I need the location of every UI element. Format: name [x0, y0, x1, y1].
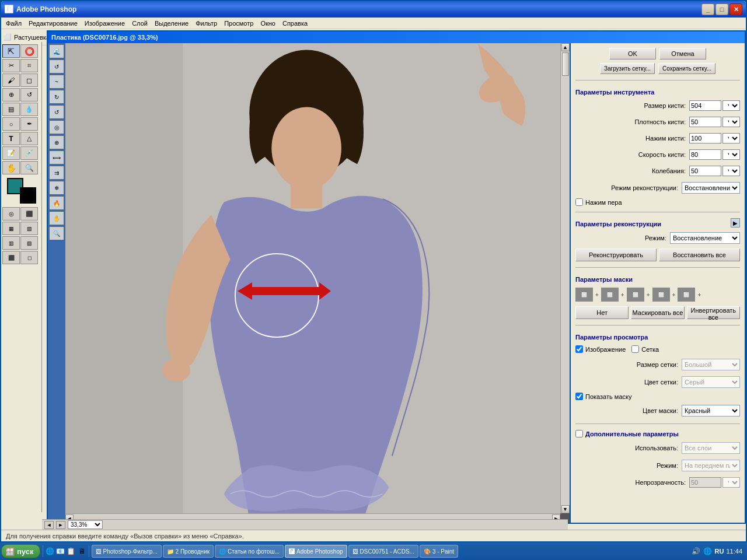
load-mesh-button[interactable]: Загрузить сетку...	[600, 63, 655, 74]
slice-tool[interactable]: ⌗	[20, 59, 38, 72]
menu-layer[interactable]: Слой	[128, 19, 151, 28]
extra-params-checkbox[interactable]	[575, 430, 583, 438]
restore-all-button[interactable]: Восстановить все	[659, 249, 740, 261]
liquify-mask-freeze[interactable]: ❄	[49, 181, 64, 195]
mask-all-button[interactable]: Маскировать все	[631, 306, 684, 319]
vertical-scrollbar[interactable]: ▲ ▼	[560, 43, 570, 513]
hand-tool[interactable]: ✋	[2, 161, 20, 174]
close-button[interactable]: ✕	[729, 4, 742, 15]
crop-tool[interactable]: ✂	[2, 59, 20, 72]
blur-tool[interactable]: 💧	[20, 103, 38, 116]
menu-filter[interactable]: Фильтр	[192, 19, 221, 28]
extra-btn2[interactable]: ◻	[20, 251, 38, 264]
quicklaunch-3[interactable]: 📋	[67, 547, 76, 556]
liquify-shift[interactable]: ⇉	[49, 166, 64, 180]
notes-tool[interactable]: 📝	[2, 146, 20, 160]
menu-edit[interactable]: Редактирование	[25, 19, 81, 28]
mode-select[interactable]: На переднем плане	[682, 460, 740, 471]
liquify-pucker[interactable]: ◎	[49, 120, 64, 134]
liquify-hand[interactable]: ✋	[49, 211, 64, 225]
no-mask-button[interactable]: Нет	[575, 306, 629, 319]
recon-mode2-select[interactable]: Восстановление	[670, 232, 740, 244]
brush-density-input[interactable]	[689, 117, 721, 127]
taskbar-item-photoshop-filter[interactable]: 🖼 Photoshop-Фильтр...	[92, 545, 162, 558]
brush-tool[interactable]: 🖌	[2, 74, 20, 87]
tray-network[interactable]: 🌐	[703, 547, 713, 556]
recon-mode-select[interactable]: Восстановление	[682, 182, 740, 194]
eyedropper-tool[interactable]: 💉	[20, 146, 38, 160]
mask-btn-4[interactable]: ⬜	[652, 288, 670, 302]
zoom-select[interactable]: 33,3%	[68, 520, 103, 529]
taskbar-item-paint[interactable]: 🎨 3 - Paint	[420, 545, 458, 558]
pen-tool[interactable]: ✒	[20, 117, 38, 131]
pen-pressure-checkbox[interactable]	[575, 198, 583, 206]
menu-help[interactable]: Справка	[279, 19, 311, 28]
mask-btn-5[interactable]: ⬜	[678, 288, 695, 302]
use-select[interactable]: Все слои	[682, 442, 740, 454]
mask-btn-3[interactable]: ⬜	[627, 288, 644, 302]
liquify-bloat[interactable]: ⊕	[49, 135, 64, 149]
quicklaunch-email[interactable]: 📧	[56, 547, 65, 556]
brush-turbulence-select[interactable]: ▼	[722, 166, 740, 176]
invert-all-button[interactable]: Инвертировать все	[687, 306, 740, 319]
opacity-input[interactable]	[689, 477, 721, 488]
mask-color-select[interactable]: Красный	[682, 405, 740, 416]
taskbar-item-photoshop[interactable]: 🅿 Adobe Photoshop	[285, 545, 347, 558]
taskbar-item-acds[interactable]: 🖼 DSC00751 - ACDS...	[348, 545, 418, 558]
menu-select[interactable]: Выделение	[151, 19, 192, 28]
layout-btn2[interactable]: ▧	[20, 222, 38, 235]
zoom-prev-button[interactable]: ◄	[44, 521, 54, 529]
opacity-select[interactable]: ▼	[722, 477, 740, 488]
recon-expand-icon[interactable]: ▶	[731, 218, 740, 228]
brush-speed-input[interactable]	[689, 149, 721, 160]
mesh-color-select[interactable]: Серый	[682, 376, 740, 388]
maximize-button[interactable]: □	[715, 4, 728, 15]
path-tool[interactable]: △	[20, 132, 38, 145]
brush-speed-select[interactable]: ▼	[722, 149, 740, 160]
liquify-counterclockwise[interactable]: ↺	[49, 105, 64, 119]
show-mask-checkbox[interactable]	[575, 393, 583, 400]
mode-btn2[interactable]: ⬛	[20, 207, 38, 220]
quicklaunch-4[interactable]: 🖥	[77, 547, 86, 556]
menu-view[interactable]: Просмотр	[221, 19, 257, 28]
background-color[interactable]	[20, 187, 36, 204]
menu-image[interactable]: Изображение	[81, 19, 128, 28]
liquify-mirror[interactable]: ⟺	[49, 150, 64, 164]
mesh-size-select[interactable]: Большой	[682, 359, 740, 370]
zoom-next-button[interactable]: ►	[56, 521, 65, 529]
reconstruct-button[interactable]: Реконструировать	[575, 249, 657, 261]
mode-btn1[interactable]: ◎	[2, 207, 20, 220]
liquify-warp[interactable]: 🌊	[49, 44, 64, 58]
canvas[interactable]	[65, 43, 560, 513]
brush-pressure-input[interactable]	[689, 133, 721, 144]
eraser-tool[interactable]: ◻	[20, 74, 38, 87]
layout-btn4[interactable]: ▨	[20, 236, 38, 250]
cancel-button[interactable]: Отмена	[659, 48, 706, 60]
extra-btn1[interactable]: ⬛	[2, 251, 20, 264]
liquify-reconstruct[interactable]: ↺	[49, 60, 64, 74]
taskbar-item-explorer[interactable]: 📁 2 Проводник	[163, 545, 214, 558]
clone-tool[interactable]: ⊕	[2, 88, 20, 102]
zoom-tool[interactable]: 🔍	[20, 161, 38, 174]
image-checkbox[interactable]	[575, 345, 583, 353]
liquify-mask-thaw[interactable]: 🔥	[49, 196, 64, 210]
start-button[interactable]: 🪟 пуск	[1, 544, 40, 558]
mesh-checkbox[interactable]	[631, 345, 639, 353]
brush-turbulence-input[interactable]	[689, 166, 721, 176]
liquify-zoom[interactable]: 🔍	[49, 226, 64, 240]
mask-btn-2[interactable]: ⬜	[601, 288, 619, 302]
brush-pressure-select[interactable]: ▼	[722, 133, 740, 144]
ok-button[interactable]: OK	[609, 48, 656, 60]
type-tool[interactable]: T	[2, 132, 20, 145]
menu-window[interactable]: Окно	[257, 19, 279, 28]
layout-btn3[interactable]: ▥	[2, 236, 20, 250]
minimize-button[interactable]: _	[701, 4, 714, 15]
brush-density-select[interactable]: ▼	[722, 117, 740, 127]
taskbar-item-articles[interactable]: 🌐 Статьи по фотош...	[215, 545, 284, 558]
mask-btn-1[interactable]: ⬜	[575, 288, 593, 302]
gradient-tool[interactable]: ▤	[2, 103, 20, 116]
brush-size-input[interactable]	[689, 100, 721, 111]
liquify-turbulence[interactable]: ~	[49, 75, 64, 89]
lasso-tool[interactable]: ⭕	[20, 44, 38, 58]
history-brush[interactable]: ↺	[20, 88, 38, 102]
